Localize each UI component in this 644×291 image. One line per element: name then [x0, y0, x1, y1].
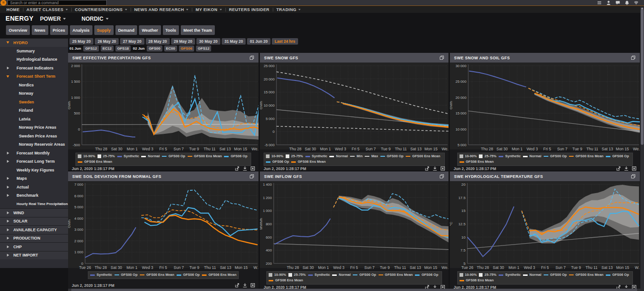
tab-meet-the-team[interactable]: Meet the Team — [181, 25, 215, 35]
popout-icon[interactable] — [439, 174, 444, 179]
sidebar-item-hydro[interactable]: HYDRO — [0, 38, 68, 47]
wifi-icon[interactable] — [634, 0, 638, 5]
nordic-selector[interactable]: NORDIC — [81, 16, 108, 22]
sidebar-item-forecast-indicators[interactable]: Forecast Indicators — [0, 64, 68, 73]
date-button-30-may-20[interactable]: 30 May 20 — [196, 38, 220, 45]
date-button-25-may-20[interactable]: 25 May 20 — [69, 38, 93, 45]
run-button-gfs06[interactable]: GFS06 — [179, 46, 194, 51]
sidebar-item-hourly-real-time-precipitation[interactable]: Hourly Real Time Precipitation — [0, 200, 68, 209]
date-button-26-may-20[interactable]: 26 May 20 — [95, 38, 119, 45]
sidebar-item-sweden[interactable]: Sweden — [0, 98, 68, 107]
export-icon[interactable] — [235, 283, 240, 288]
sidebar-item-norway-price-areas[interactable]: Norway Price Areas — [0, 123, 68, 132]
tab-analysis[interactable]: Analysis — [70, 25, 92, 35]
menu-item-trading[interactable]: TRADING — [273, 7, 305, 12]
page-title: ENERGY — [6, 15, 34, 22]
svg-text:Sat 30: Sat 30 — [493, 265, 504, 270]
sidebar-item-sweden-price-areas[interactable]: Sweden Price Areas — [0, 132, 68, 141]
legend-item-gfs06op: GFS06 Op — [606, 154, 629, 159]
date-button-27-may-20[interactable]: 27 May 20 — [120, 38, 144, 45]
menu-item-news-and-research[interactable]: NEWS AND RESEARCH — [131, 7, 192, 12]
line-swatch — [269, 280, 273, 281]
popout-icon[interactable] — [631, 55, 636, 60]
date-button-31-may-20[interactable]: 31 May 20 — [222, 38, 246, 45]
chevron-right-icon — [7, 160, 9, 163]
sidebar-item-forecast-monthly[interactable]: Forecast Monthly — [0, 149, 68, 158]
menu-item-reuters-insider[interactable]: REUTERS INSIDER — [226, 7, 273, 12]
sidebar-item-hydrological-balance[interactable]: Hydrological Balance — [0, 55, 68, 64]
sidebar-item-latvia[interactable]: Latvia — [0, 115, 68, 124]
sidebar-item-summary[interactable]: Summary — [0, 47, 68, 56]
sidebar-item-solar[interactable]: SOLAR — [0, 217, 68, 226]
run-button-gfs12[interactable]: GFS12 — [196, 46, 211, 51]
profile-icon[interactable] — [606, 0, 611, 5]
download-icon[interactable] — [432, 166, 437, 171]
tab-news[interactable]: News — [32, 25, 48, 35]
chat-icon[interactable] — [615, 0, 620, 5]
sidebar-item-norway[interactable]: Norway — [0, 89, 68, 98]
export-icon[interactable] — [235, 166, 240, 171]
sidebar-item-maps[interactable]: Maps — [0, 174, 68, 183]
sidebar-item-available-capacity[interactable]: AVAILABLE CAPACITY — [0, 225, 68, 234]
popout-icon[interactable] — [439, 55, 444, 60]
sidebar-item-weekly-key-figures[interactable]: Weekly Key Figures — [0, 166, 68, 175]
download-icon[interactable] — [242, 283, 247, 288]
menu-item-my-eikon[interactable]: MY EIKON — [192, 7, 225, 12]
sidebar-item-forecast-short-term[interactable]: Forecast Short Term — [0, 72, 68, 81]
sidebar-item-actual[interactable]: Actual — [0, 183, 68, 192]
sidebar-item-production[interactable]: PRODUCTION — [0, 234, 68, 243]
band-swatch — [98, 154, 101, 158]
run-button-ec12[interactable]: EC12 — [101, 46, 114, 51]
line-swatch — [117, 156, 122, 157]
tab-overview[interactable]: Overview — [6, 25, 30, 35]
date-button-last-24-hrs[interactable]: Last 24 hrs — [272, 38, 298, 45]
vertical-scrollbar[interactable] — [640, 6, 644, 291]
tab-prices[interactable]: Prices — [50, 25, 68, 35]
power-selector[interactable]: POWER — [40, 16, 66, 22]
date-button-01-jun-20[interactable]: 01 Jun 20 — [247, 38, 270, 45]
horizontal-scrollbar[interactable] — [68, 289, 644, 291]
tab-demand[interactable]: Demand — [115, 25, 138, 35]
sidebar-item-nordics[interactable]: Nordics — [0, 81, 68, 90]
run-button-gfs18[interactable]: GFS18 — [115, 46, 131, 51]
export-icon[interactable] — [616, 166, 621, 171]
date-button-28-may-20[interactable]: 28 May 20 — [146, 38, 170, 45]
sidebar-item-net-import[interactable]: NET IMPORT — [0, 251, 68, 260]
sidebar-item-finland[interactable]: Finland — [0, 106, 68, 115]
date-button-29-may-20[interactable]: 29 May 20 — [171, 38, 195, 45]
sidebar-item-chp[interactable]: CHP — [0, 242, 68, 251]
tab-supply[interactable]: Supply — [94, 25, 114, 35]
excel-icon[interactable] — [250, 283, 255, 288]
menu-icon[interactable] — [597, 0, 602, 5]
run-button-ec00[interactable]: EC00 — [164, 46, 177, 51]
menu-item-countries-regions[interactable]: COUNTRIES/REGIONS — [72, 7, 131, 12]
sidebar-item-norway-reservoir-areas[interactable]: Norway Reservoir Areas — [0, 140, 68, 149]
popout-icon[interactable] — [249, 174, 254, 179]
legend-item-gfs00op: GFS00 Op — [380, 154, 403, 159]
line-swatch — [115, 274, 119, 275]
bell-icon[interactable] — [625, 0, 629, 5]
sidebar-item-benchmark[interactable]: Benchmark — [0, 191, 68, 200]
tab-tools[interactable]: Tools — [163, 25, 179, 35]
menu-item-home[interactable]: HOME — [3, 7, 23, 12]
app-menu-icon[interactable]: ≡ — [0, 0, 6, 6]
svg-text:1 400: 1 400 — [263, 183, 272, 187]
popout-icon[interactable] — [249, 55, 254, 60]
svg-text:Thu 28: Thu 28 — [477, 265, 489, 270]
menu-item-asset-classes[interactable]: ASSET CLASSES — [23, 7, 71, 12]
download-icon[interactable] — [242, 166, 247, 171]
run-button-gfs12[interactable]: GFS12 — [83, 46, 98, 51]
excel-icon[interactable] — [250, 166, 255, 171]
search-input[interactable]: Search or enter a command — [7, 0, 107, 6]
export-icon[interactable] — [425, 166, 430, 171]
download-icon[interactable] — [624, 166, 629, 171]
tab-weather[interactable]: Weather — [139, 25, 161, 35]
y-axis-label: GWh — [68, 220, 71, 228]
excel-icon[interactable] — [440, 166, 445, 171]
popout-icon[interactable] — [631, 174, 636, 179]
sidebar-item-forecast-long-term[interactable]: Forecast Long Term — [0, 157, 68, 166]
excel-icon[interactable] — [632, 166, 637, 171]
sidebar-item-wind[interactable]: WIND — [0, 208, 68, 217]
svg-text:Tue 9: Tue 9 — [190, 265, 200, 270]
run-button-gfs00[interactable]: GFS00 — [147, 46, 162, 51]
